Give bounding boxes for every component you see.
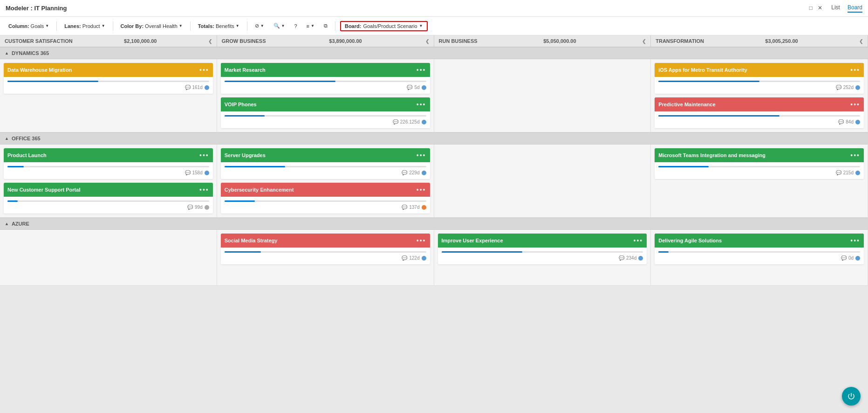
menu-chevron-icon: ▼ <box>311 24 314 28</box>
card-meta-data-warehouse: 💬 161d <box>7 85 209 90</box>
help-button[interactable]: ? <box>291 22 300 30</box>
card-meta-predictive-maintenance: 💬 84d <box>658 119 860 124</box>
lane-label-office365: OFFICE 365 <box>12 136 41 141</box>
comment-icon-cybersecurity: 💬 <box>402 205 407 210</box>
card-voip-phones[interactable]: VOIP Phones ••• 💬 226.125d <box>221 97 430 128</box>
card-progress-bar-market-research <box>225 81 335 82</box>
card-more-server-upgrades[interactable]: ••• <box>417 151 426 159</box>
card-ms-teams[interactable]: Microsoft Teams Integration and messagin… <box>655 148 864 179</box>
card-server-upgrades[interactable]: Server Upgrades ••• 💬 229d <box>221 148 430 179</box>
status-dot-cybersecurity <box>422 205 426 210</box>
days-predictive-maintenance: 84d <box>846 119 854 124</box>
card-predictive-maintenance[interactable]: Predictive Maintenance ••• 💬 84d <box>655 97 864 128</box>
status-dot-ms-teams <box>855 171 860 175</box>
totals-value: Benefits <box>216 23 234 29</box>
card-progress-bar-server-upgrades <box>225 166 285 167</box>
lane-header-office365[interactable]: ▲ OFFICE 365 <box>0 132 868 145</box>
card-ios-apps[interactable]: iOS Apps for Metro Transit Authority •••… <box>655 63 864 94</box>
status-dot-social-media <box>422 256 426 261</box>
card-header-new-customer-support: New Customer Support Portal ••• <box>4 183 213 197</box>
days-ms-teams: 215d <box>843 170 854 175</box>
lane-cell-dynamics365-3: iOS Apps for Metro Transit Authority •••… <box>651 59 868 132</box>
search-chevron-icon: ▼ <box>281 24 285 28</box>
color-selector[interactable]: Color By: Overall Health ▼ <box>118 22 185 30</box>
days-data-warehouse: 161d <box>192 85 203 90</box>
board-view-button[interactable]: Board <box>847 4 862 13</box>
lane-cell-azure-0 <box>0 230 217 286</box>
days-ios-apps: 252d <box>843 85 854 90</box>
copy-button[interactable]: ⧉ <box>321 21 330 30</box>
card-progress-server-upgrades <box>225 166 426 167</box>
col-collapse-grow-business[interactable]: ❮ <box>425 39 429 44</box>
lanes-value: Product <box>82 23 100 29</box>
lanes-selector[interactable]: Lanes: Product ▼ <box>62 22 108 30</box>
days-cybersecurity: 137d <box>409 205 419 210</box>
card-more-cybersecurity[interactable]: ••• <box>417 186 426 193</box>
card-more-new-customer-support[interactable]: ••• <box>199 186 209 193</box>
card-progress-social-media <box>225 251 426 253</box>
card-progress-market-research <box>225 81 426 82</box>
card-more-market-research[interactable]: ••• <box>417 66 426 74</box>
col-collapse-transformation[interactable]: ❮ <box>859 39 863 44</box>
card-more-predictive-maintenance[interactable]: ••• <box>850 101 860 108</box>
col-collapse-customer-satisfaction[interactable]: ❮ <box>208 39 212 44</box>
card-market-research[interactable]: Market Research ••• 💬 5d <box>221 63 430 94</box>
card-title-server-upgrades: Server Upgrades <box>225 152 417 158</box>
card-meta-cybersecurity: 💬 137d <box>225 205 426 210</box>
card-more-product-launch[interactable]: ••• <box>199 151 209 159</box>
card-header-ios-apps: iOS Apps for Metro Transit Authority ••• <box>655 63 864 77</box>
card-new-customer-support[interactable]: New Customer Support Portal ••• 💬 99d <box>4 183 213 213</box>
search-button[interactable]: 🔍 ▼ <box>271 21 288 30</box>
board-selector[interactable]: Board: Goals/Product Scenario ▼ <box>340 21 428 31</box>
filter-button[interactable]: ⊘ ▼ <box>252 21 267 30</box>
fab-button[interactable] <box>842 387 861 406</box>
col-header-run-business: RUN BUSINESS $5,050,000.00 ❮ <box>434 35 651 47</box>
status-dot-predictive-maintenance <box>855 120 860 124</box>
days-product-launch: 158d <box>192 170 203 175</box>
window-controls: □ ✕ <box>807 4 824 13</box>
minimize-button[interactable]: □ <box>807 4 814 12</box>
card-more-improve-ux[interactable]: ••• <box>634 237 643 244</box>
color-label: Color By: <box>121 23 144 29</box>
card-progress-bar-new-customer-support <box>7 200 18 202</box>
days-social-media: 122d <box>409 255 419 261</box>
col-header-transformation: TRANSFORMATION $3,005,250.00 ❮ <box>651 35 868 47</box>
card-more-voip-phones[interactable]: ••• <box>417 101 426 108</box>
card-more-delivering-agile[interactable]: ••• <box>850 237 860 244</box>
card-delivering-agile[interactable]: Delivering Agile Solutions ••• 💬 0d <box>655 234 864 264</box>
card-social-media[interactable]: Social Media Strategy ••• 💬 122d <box>221 234 430 264</box>
card-more-ms-teams[interactable]: ••• <box>850 151 860 159</box>
card-more-social-media[interactable]: ••• <box>417 237 426 244</box>
board-container: CUSTOMER SATISFACTION $2,100,000.00 ❮ GR… <box>0 35 868 413</box>
card-meta-ios-apps: 💬 252d <box>658 85 860 90</box>
days-new-customer-support: 99d <box>195 205 203 210</box>
col-collapse-run-business[interactable]: ❮ <box>642 39 646 44</box>
lanes-label: Lanes: <box>64 23 81 29</box>
list-view-button[interactable]: List <box>831 4 840 13</box>
column-selector[interactable]: Column: Goals ▼ <box>6 22 52 30</box>
columns-header: CUSTOMER SATISFACTION $2,100,000.00 ❮ GR… <box>0 35 868 47</box>
lane-cell-azure-2: Improve User Experience ••• 💬 234d <box>434 230 651 286</box>
lane-dynamics365: ▲ DYNAMICS 365 Data Warehouse Migration … <box>0 47 868 132</box>
menu-button[interactable]: ≡ ▼ <box>304 22 317 30</box>
close-button[interactable]: ✕ <box>816 4 824 12</box>
card-data-warehouse[interactable]: Data Warehouse Migration ••• 💬 161d <box>4 63 213 94</box>
card-header-data-warehouse: Data Warehouse Migration ••• <box>4 63 213 77</box>
view-switcher: □ ✕ List Board <box>807 4 862 13</box>
lane-cell-office365-1: Server Upgrades ••• 💬 229d <box>217 145 434 218</box>
card-cybersecurity[interactable]: Cybersecurity Enhancement ••• 💬 137d <box>221 183 430 213</box>
lane-toggle-azure: ▲ <box>5 221 9 226</box>
card-improve-ux[interactable]: Improve User Experience ••• 💬 234d <box>438 234 647 264</box>
card-more-ios-apps[interactable]: ••• <box>850 66 860 74</box>
card-title-ios-apps: iOS Apps for Metro Transit Authority <box>658 67 850 73</box>
card-more-data-warehouse[interactable]: ••• <box>199 66 209 74</box>
card-product-launch[interactable]: Product Launch ••• 💬 158d <box>4 148 213 179</box>
lane-header-azure[interactable]: ▲ AZURE <box>0 218 868 230</box>
totals-selector[interactable]: Totals: Benefits ▼ <box>195 22 242 30</box>
card-progress-voip-phones <box>225 115 426 117</box>
card-meta-social-media: 💬 122d <box>225 255 426 261</box>
card-body-data-warehouse: 💬 161d <box>4 77 213 94</box>
lane-header-dynamics365[interactable]: ▲ DYNAMICS 365 <box>0 47 868 59</box>
comment-icon-predictive-maintenance: 💬 <box>838 119 844 124</box>
card-progress-bar-product-launch <box>7 166 24 167</box>
